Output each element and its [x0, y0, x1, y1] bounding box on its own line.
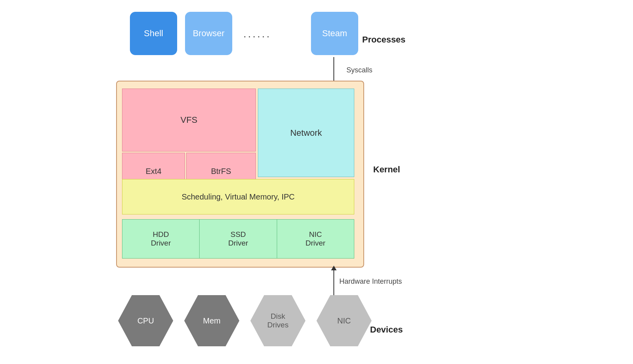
scheduling-box: Scheduling, Virtual Memory, IPC: [122, 179, 354, 214]
network-box: Network: [258, 89, 354, 177]
mem-device: Mem: [184, 295, 239, 346]
hw-interrupts-label: Hardware Interrupts: [339, 277, 402, 286]
ellipsis: ......: [243, 28, 271, 40]
drivers-row: HDDDriver SSDDriver NICDriver: [122, 219, 354, 259]
vfs-box: VFS: [122, 89, 256, 152]
processes-label: Processes: [362, 35, 405, 45]
browser-process: Browser: [185, 12, 232, 55]
devices-label: Devices: [370, 325, 403, 335]
kernel-label: Kernel: [373, 164, 400, 175]
ssd-driver-box: SSDDriver: [200, 220, 277, 258]
steam-process: Steam: [311, 12, 358, 55]
hw-interrupts-arrow: [333, 270, 334, 295]
disk-device: Disk Drives: [250, 295, 305, 346]
shell-process: Shell: [130, 12, 177, 55]
nic-device: NIC: [316, 295, 372, 346]
kernel-inner: VFS Network Ext4 BtrFS Scheduling, Virtu…: [122, 89, 358, 262]
nic-driver-box: NICDriver: [277, 220, 354, 258]
cpu-device: CPU: [118, 295, 173, 346]
syscalls-label: Syscalls: [346, 66, 372, 74]
hdd-driver-box: HDDDriver: [122, 220, 200, 258]
diagram: Processes Shell Browser ...... Steam Sys…: [0, 0, 633, 364]
